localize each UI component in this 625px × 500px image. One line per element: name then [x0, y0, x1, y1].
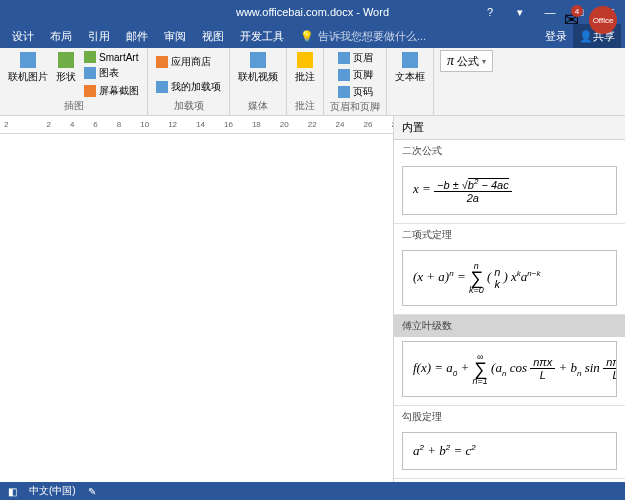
pi-icon: π [447, 53, 454, 69]
document-area[interactable] [0, 134, 393, 482]
footer-icon [338, 69, 350, 81]
addins-icon [156, 81, 168, 93]
help-button[interactable]: ? [475, 0, 505, 24]
eq-title: 二次公式 [394, 140, 625, 162]
tab-references[interactable]: 引用 [80, 24, 118, 48]
title-bar: www.officebai.com.docx - Word ? ▾ — □ ✕ [0, 0, 625, 24]
language-status[interactable]: 中文(中国) [29, 484, 76, 498]
smartart-label: SmartArt [99, 52, 138, 63]
group-label: 加载项 [174, 99, 204, 115]
eq-item-pythagoras[interactable]: 勾股定理 a2 + b2 = c2 [394, 406, 625, 479]
screenshot-label: 屏幕截图 [99, 84, 139, 98]
group-equation: π 公式 ▾ [434, 48, 625, 115]
ribbon-collapse-button[interactable]: ▾ [505, 0, 535, 24]
mail-button[interactable]: ✉4 [564, 9, 579, 31]
comment-label: 批注 [295, 70, 315, 84]
footer-label: 页脚 [353, 68, 373, 82]
equation-label: 公式 [457, 54, 479, 69]
tab-design[interactable]: 设计 [4, 24, 42, 48]
minimize-button[interactable]: — [535, 0, 565, 24]
textbox-label: 文本框 [395, 70, 425, 84]
eq-preview: a2 + b2 = c2 [402, 432, 617, 470]
ribbon-tab-bar: 设计 布局 引用 邮件 审阅 视图 开发工具 💡告诉我您想要做什么... 登录 … [0, 24, 625, 48]
screenshot-icon [84, 85, 96, 97]
group-text: 文本框 [387, 48, 434, 115]
video-button[interactable]: 联机视频 [236, 50, 280, 99]
eq-title: 勾股定理 [394, 406, 625, 428]
shapes-button[interactable]: 形状 [54, 50, 78, 99]
lightbulb-icon: 💡 [300, 30, 314, 43]
pagenum-button[interactable]: 页码 [336, 84, 375, 100]
picture-icon [20, 52, 36, 68]
group-label: 页眉和页脚 [330, 100, 380, 116]
online-pic-label: 联机图片 [8, 70, 48, 84]
equation-gallery: 内置 二次公式 x = −b ± √b2 − 4ac2a 二项式定理 (x + … [393, 116, 625, 482]
comment-button[interactable]: 批注 [293, 50, 317, 99]
header-icon [338, 52, 350, 64]
group-media: 联机视频 媒体 [230, 48, 287, 115]
eq-item-fourier[interactable]: 傅立叶级数 f(x) = a0 + ∞∑n=1 (an cos nπxL + b… [394, 315, 625, 406]
group-label: 媒体 [248, 99, 268, 115]
equation-dropdown[interactable]: π 公式 ▾ [440, 50, 493, 72]
chart-label: 图表 [99, 66, 119, 80]
group-label: 插图 [64, 99, 84, 115]
eq-preview: (x + a)n = n∑k=0 (nk) xkan−k [402, 250, 617, 306]
group-illustrations: 联机图片 形状 SmartArt 图表 屏幕截图 插图 [0, 48, 148, 115]
footer-button[interactable]: 页脚 [336, 67, 375, 83]
status-indicator[interactable]: ◧ [8, 486, 17, 497]
screenshot-button[interactable]: 屏幕截图 [82, 83, 141, 99]
proofing-icon[interactable]: ✎ [88, 486, 96, 497]
eq-preview: f(x) = a0 + ∞∑n=1 (an cos nπxL + bn sin … [402, 341, 617, 397]
online-pic-button[interactable]: 联机图片 [6, 50, 50, 99]
tab-review[interactable]: 审阅 [156, 24, 194, 48]
store-label: 应用商店 [171, 55, 211, 69]
shapes-label: 形状 [56, 70, 76, 84]
header-label: 页眉 [353, 51, 373, 65]
chart-button[interactable]: 图表 [82, 65, 141, 81]
tab-layout[interactable]: 布局 [42, 24, 80, 48]
office-badge[interactable]: Office [589, 6, 617, 34]
group-header-footer: 页眉 页脚 页码 页眉和页脚 [324, 48, 387, 115]
status-bar: ◧ 中文(中国) ✎ [0, 482, 625, 500]
my-addins-label: 我的加载项 [171, 80, 221, 94]
header-button[interactable]: 页眉 [336, 50, 375, 66]
doc-title: www.officebai.com.docx - Word [236, 6, 389, 18]
textbox-icon [402, 52, 418, 68]
tab-mailings[interactable]: 邮件 [118, 24, 156, 48]
chart-icon [84, 67, 96, 79]
store-icon [156, 56, 168, 68]
tab-view[interactable]: 视图 [194, 24, 232, 48]
eq-item-binomial[interactable]: 二项式定理 (x + a)n = n∑k=0 (nk) xkan−k [394, 224, 625, 315]
chevron-down-icon: ▾ [482, 57, 486, 66]
eq-title: 二项式定理 [394, 224, 625, 246]
shapes-icon [58, 52, 74, 68]
textbox-button[interactable]: 文本框 [393, 50, 427, 102]
top-right-icons: ✉4 Office [564, 6, 617, 34]
group-comments: 批注 批注 [287, 48, 324, 115]
group-addins: 应用商店 我的加载项 加载项 [148, 48, 230, 115]
eq-item-quadratic[interactable]: 二次公式 x = −b ± √b2 − 4ac2a [394, 140, 625, 224]
comment-icon [297, 52, 313, 68]
tell-me-placeholder: 告诉我您想要做什么... [318, 29, 426, 44]
mail-count-badge: 4 [571, 5, 583, 17]
eq-preview: x = −b ± √b2 − 4ac2a [402, 166, 617, 215]
tab-developer[interactable]: 开发工具 [232, 24, 292, 48]
group-label [409, 102, 412, 115]
pagenum-label: 页码 [353, 85, 373, 99]
video-icon [250, 52, 266, 68]
group-label: 批注 [295, 99, 315, 115]
gallery-header: 内置 [394, 116, 625, 140]
my-addins-button[interactable]: 我的加载项 [154, 79, 223, 95]
pagenum-icon [338, 86, 350, 98]
store-button[interactable]: 应用商店 [154, 54, 223, 70]
smartart-icon [84, 51, 96, 63]
tell-me-search[interactable]: 💡告诉我您想要做什么... [292, 29, 539, 44]
smartart-button[interactable]: SmartArt [82, 50, 141, 64]
ribbon: 联机图片 形状 SmartArt 图表 屏幕截图 插图 应用商店 我的加载项 加… [0, 48, 625, 116]
eq-title: 傅立叶级数 [394, 315, 625, 337]
video-label: 联机视频 [238, 70, 278, 84]
